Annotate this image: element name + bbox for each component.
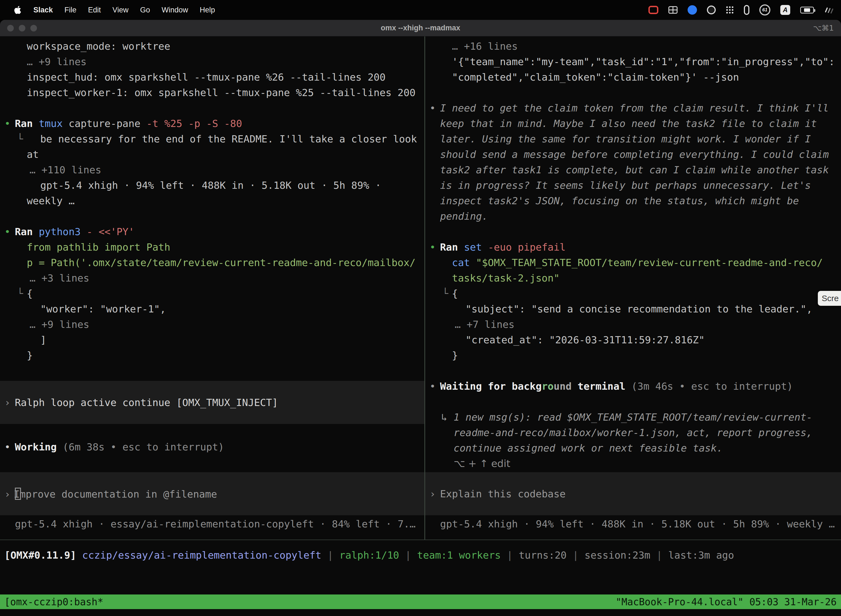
bullet-icon: •: [4, 226, 10, 238]
input-source-icon[interactable]: A: [780, 5, 790, 15]
control-center-icon[interactable]: [824, 6, 833, 14]
code-line: cat "$OMX_TEAM_STATE_ROOT/team/review-cu…: [425, 255, 841, 270]
arg-token: -t %25 -p -S -80: [147, 118, 242, 129]
close-button[interactable]: [7, 25, 14, 31]
ran-label: Ran: [440, 242, 458, 253]
terminal-line: └{: [0, 286, 424, 301]
arg-token: -euo pipefail: [488, 242, 566, 253]
terminal-line: at: [0, 147, 424, 162]
terminal-line: "completed","claim_token":"claim-token"}…: [425, 70, 841, 85]
command-token: cat: [452, 257, 470, 268]
terminal-line: … +9 lines: [0, 317, 424, 332]
mailbox-message: readme-and-reco/mailbox/worker-1.json, a…: [425, 425, 841, 440]
menu-help[interactable]: Help: [194, 6, 221, 14]
thinking-text: •I need to get the claim token from the …: [425, 100, 841, 116]
omx-version: [OMX#0.11.9]: [4, 550, 76, 561]
menu-edit[interactable]: Edit: [82, 6, 107, 14]
terminal-line: weekly …: [0, 193, 424, 209]
separator: |: [327, 550, 333, 561]
terminal-line: workspace_mode: worktree: [0, 39, 424, 54]
battery-gauge-icon[interactable]: 61: [759, 4, 771, 15]
separator: |: [507, 550, 513, 561]
menu-file[interactable]: File: [59, 6, 82, 14]
reply-arrow-icon: ↳: [441, 412, 447, 423]
prompt-input-left[interactable]: ›Improve documentation in @filename: [0, 472, 424, 515]
ran-cat-command: •Ran set -euo pipefail: [425, 239, 841, 255]
terminal-line: ]: [0, 332, 424, 348]
tmux-panes: workspace_mode: worktree … +9 lines insp…: [0, 37, 841, 540]
terminal-line: gpt-5.4 xhigh · 94% left · 488K in · 5.1…: [0, 178, 424, 193]
mailbox-message: continue assigned work or next feasible …: [425, 440, 841, 456]
tmux-host-time: "MacBook-Pro-44.local" 05:03 31-Mar-26: [615, 596, 837, 607]
command-token: tmux: [39, 118, 63, 129]
battery-fill: [804, 8, 810, 12]
app-menu-slack[interactable]: Slack: [28, 6, 59, 14]
menu-view[interactable]: View: [107, 6, 134, 14]
app-ring-icon[interactable]: [707, 6, 716, 14]
terminal-line: … +7 lines: [425, 317, 841, 332]
working-label: Working: [15, 441, 57, 453]
terminal-line: └{: [425, 286, 841, 301]
output-text: be necessary for the end of the README. …: [40, 133, 417, 145]
apple-menu[interactable]: [8, 5, 28, 15]
chevron-icon: ›: [4, 488, 10, 500]
menu-bar-status-icons: 61 A: [648, 4, 833, 15]
zoom-button[interactable]: [30, 25, 37, 31]
screen-share-tooltip: Scre: [818, 291, 841, 306]
banner-text: Ralph loop active continue [OMX_TMUX_INJ…: [15, 397, 278, 408]
tmux-session-name: [omx-cczip0:bash*: [4, 596, 103, 607]
code-line: p = Path('.omx/state/team/review-current…: [0, 255, 424, 270]
terminal-line: … +9 lines: [0, 54, 424, 70]
ralph-loop-banner[interactable]: ›Ralph loop active continue [OMX_TMUX_IN…: [0, 381, 424, 424]
output-text: {: [452, 288, 458, 299]
working-status: •Working (6m 38s • esc to interrupt): [0, 439, 424, 455]
menu-bar-left: Slack File Edit View Go Window Help: [8, 5, 221, 15]
left-pane[interactable]: workspace_mode: worktree … +9 lines insp…: [0, 37, 424, 540]
thinking-text: keep that in mind. Maybe I also need the…: [425, 116, 841, 131]
bullet-icon: •: [429, 381, 436, 392]
screen-recording-icon[interactable]: [648, 6, 658, 14]
terminal-line: "created_at": "2026-03-31T11:59:27.816Z": [425, 332, 841, 348]
session-path: cczip/essay/ai-reimplementation-copyleft: [82, 550, 321, 561]
terminal-line: └be necessary for the end of the README.…: [0, 131, 424, 147]
app-blue-icon[interactable]: [687, 5, 697, 15]
separator: |: [656, 550, 662, 561]
command-token: python3: [39, 226, 81, 238]
omx-status-line: [OMX#0.11.9] cczip/essay/ai-reimplementa…: [0, 547, 841, 563]
working-detail: (6m 38s • esc to interrupt): [63, 441, 224, 453]
menu-go[interactable]: Go: [134, 6, 156, 14]
minimize-button[interactable]: [19, 25, 25, 31]
window-shortcut: ⌥⌘1: [813, 24, 834, 32]
output-text: {: [27, 288, 33, 299]
menu-window[interactable]: Window: [156, 6, 194, 14]
bullet-icon: •: [429, 242, 436, 253]
terminal-line: … +16 lines: [425, 39, 841, 54]
window-grid-icon[interactable]: [668, 6, 678, 14]
window-titlebar[interactable]: omx --xhigh --madmax ⌥⌘1: [0, 20, 841, 37]
model-status-footer: gpt-5.4 xhigh · 94% left · 488K in · 5.1…: [425, 516, 841, 532]
right-pane[interactable]: … +16 lines '{"team_name":"my-team","tas…: [425, 37, 841, 540]
thinking-text: task2 after task1 is complete, but can I…: [425, 162, 841, 178]
output-gutter-icon: └: [442, 288, 448, 299]
dots-grid-icon[interactable]: [726, 6, 734, 14]
waiting-status: •Waiting for background terminal (3m 46s…: [425, 378, 841, 394]
battery-icon[interactable]: [800, 7, 814, 13]
team-workers: team:1 workers: [417, 550, 501, 561]
turns-counter: turns:20: [519, 550, 567, 561]
code-line: from pathlib import Path: [0, 239, 424, 255]
output-gutter-icon: └: [17, 133, 23, 145]
model-status-footer: gpt-5.4 xhigh · essay/ai-reimplementatio…: [0, 516, 424, 532]
terminal-line: inspect_worker-1: omx sparkshell --tmux-…: [0, 85, 424, 100]
prompt-input-right[interactable]: ›Explain this codebase: [425, 472, 841, 515]
terminal-line: "worker": "worker-1",: [0, 301, 424, 317]
command-token: set: [464, 242, 482, 253]
gauge-value: 61: [762, 7, 768, 13]
bullet-icon: •: [429, 103, 436, 114]
pill-icon[interactable]: [744, 5, 749, 15]
terminal-line: inspect_hud: omx sparkshell --tmux-pane …: [0, 70, 424, 85]
thinking-text: should send a message before completing …: [425, 147, 841, 162]
arg-token: - <<'PY': [86, 226, 134, 238]
terminal-line: }: [425, 348, 841, 363]
code-line: tasks/task-2.json": [425, 270, 841, 286]
thinking-text: later. Using the same for transition mig…: [425, 131, 841, 147]
